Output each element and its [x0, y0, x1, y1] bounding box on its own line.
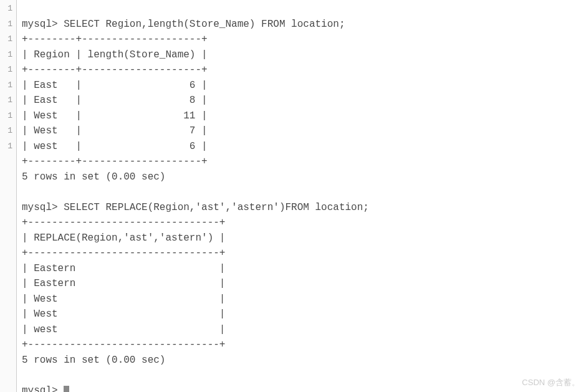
table-row: | Eastern | [22, 278, 225, 289]
table-border: +--------------------------------+ [22, 247, 225, 259]
line-number: 1 [0, 32, 12, 47]
table-row: | East | 8 | [22, 95, 208, 106]
sql-query-2: SELECT REPLACE(Region,'ast','astern')FRO… [64, 202, 369, 213]
table-border: +--------------------------------+ [22, 217, 225, 228]
table-border: +--------+--------------------+ [22, 156, 208, 167]
sql-query-1: SELECT Region,length(Store_Name) FROM lo… [64, 19, 345, 30]
table-border: +--------------------------------+ [22, 339, 225, 350]
mysql-prompt[interactable]: mysql> [22, 385, 64, 393]
table-header: | REPLACE(Region,'ast','astern') | [22, 232, 225, 244]
line-number: 1 [0, 123, 12, 139]
table-header: | Region | length(Store_Name) | [22, 49, 208, 60]
table-border: +--------+--------------------+ [22, 64, 208, 75]
line-number: 1 [0, 108, 12, 124]
line-number: 1 [0, 62, 12, 78]
line-number: 1 [0, 139, 12, 155]
line-number: 1 [0, 17, 12, 32]
terminal-output: mysql> SELECT Region,length(Store_Name) … [17, 0, 586, 392]
cursor-icon[interactable] [64, 386, 69, 393]
table-row: | West | [22, 294, 225, 305]
watermark-text: CSDN @含蓄。 [522, 377, 580, 388]
line-number: 1 [0, 78, 12, 93]
table-row: | West | 11 | [22, 110, 208, 122]
table-row: | west | [22, 324, 225, 335]
result-summary: 5 rows in set (0.00 sec) [22, 355, 165, 366]
result-summary: 5 rows in set (0.00 sec) [22, 171, 165, 183]
table-row: | West | [22, 308, 225, 320]
line-number-gutter: 1111111111 [0, 0, 17, 392]
mysql-prompt: mysql> [22, 202, 64, 213]
table-row: | Eastern | [22, 263, 225, 274]
line-number: 1 [0, 1, 12, 17]
table-row: | East | 6 | [22, 80, 208, 91]
line-number: 1 [0, 93, 12, 108]
table-row: | West | 7 | [22, 125, 208, 136]
line-number: 1 [0, 47, 12, 63]
mysql-prompt: mysql> [22, 19, 64, 30]
table-border: +--------+--------------------+ [22, 34, 208, 45]
table-row: | west | 6 | [22, 141, 208, 152]
